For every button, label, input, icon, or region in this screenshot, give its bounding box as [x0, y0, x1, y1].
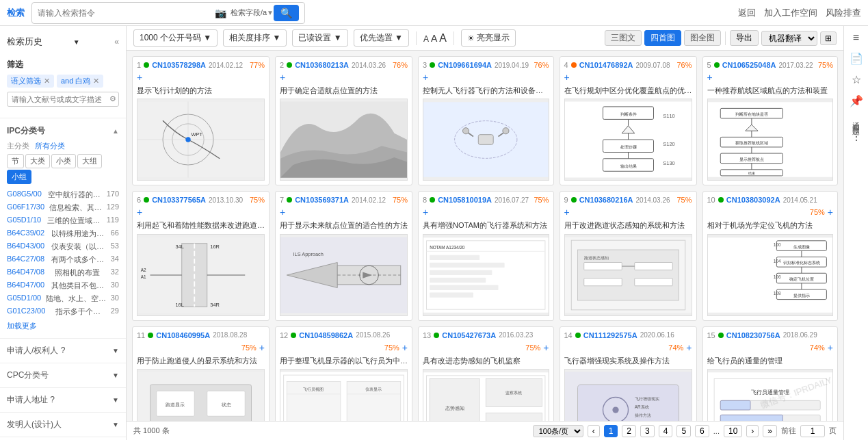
card-id[interactable]: CN103680216A — [579, 196, 633, 204]
search-input[interactable] — [38, 8, 215, 18]
page-btn-10[interactable]: 10 — [724, 425, 742, 437]
result-card[interactable]: 9 CN103680216A 2014.03.26 75% + 用于改进跑道状态… — [560, 191, 697, 320]
result-card[interactable]: 5 CN106525048A 2017.03.22 75% + 一种推荐航线区域… — [702, 56, 839, 185]
page-btn-5[interactable]: 5 — [676, 425, 691, 437]
card-add-btn[interactable]: + — [137, 207, 142, 218]
ipc-arrow[interactable]: ▲ — [112, 127, 119, 135]
count-btn[interactable]: 1000 个公开号码 ▼ — [133, 29, 218, 47]
font-medium-btn[interactable]: A — [431, 33, 437, 44]
ipc-tab-xiaozu[interactable]: 小组 — [7, 170, 31, 184]
field-selector[interactable]: 检索字段/a — [231, 8, 267, 18]
card-id[interactable]: CN103680213A — [295, 61, 349, 69]
translate-select[interactable]: 机器翻译 — [761, 31, 817, 46]
card-add-btn[interactable]: + — [707, 72, 713, 83]
ipc-row[interactable]: B64D43/00 仪表安装（以… 53 — [7, 240, 119, 253]
card-add-btn[interactable]: + — [686, 342, 692, 353]
result-card[interactable]: 2 CN103680213A 2014.03.26 76% + 用于确定合适航点… — [275, 56, 412, 185]
tag-and-close[interactable]: ✕ — [93, 77, 99, 86]
ipc-row[interactable]: G05D1/00 陆地、水上、空… 30 — [7, 292, 119, 305]
page-btn-4[interactable]: 4 — [659, 425, 673, 437]
card-add-btn[interactable]: + — [137, 72, 142, 83]
card-id[interactable]: CN105427673A — [442, 331, 496, 339]
card-add-btn[interactable]: + — [543, 342, 549, 353]
card-id[interactable]: CN104859862A — [299, 331, 353, 339]
result-card[interactable]: 12 CN104859862A 2015.08.26 75% + 用于整理飞机显… — [275, 326, 412, 421]
filter-icon[interactable]: ⚙ — [109, 94, 116, 103]
result-card[interactable]: 8 CN105810019A 2016.07.27 75% + 具有增强NOTA… — [418, 191, 554, 320]
card-add-btn[interactable]: + — [423, 72, 428, 83]
collapse-header[interactable]: 申请人地址 ? ▼ — [7, 391, 119, 409]
collapse-icon[interactable]: « — [114, 37, 119, 47]
right-icon-text[interactable]: 通 知 问 题 — [851, 116, 861, 122]
collapse-header[interactable]: 发明人(设计)人 ▼ — [7, 415, 119, 434]
page-btn-1[interactable]: 1 — [604, 425, 618, 437]
card-add-btn[interactable]: + — [280, 72, 285, 83]
back-button[interactable]: 返回 — [738, 7, 756, 19]
sidebar-search-input[interactable] — [7, 92, 119, 107]
ipc-row[interactable]: G08G5/00 空中航行器的… 170 — [7, 188, 119, 201]
result-card[interactable]: 11 CN108460995A 2018.08.28 75% + 用于防止跑道侵… — [132, 326, 269, 421]
bright-btn[interactable]: ☀ 亮亮显示 — [461, 29, 516, 47]
tag-semantic-close[interactable]: ✕ — [44, 77, 50, 86]
view-grid-btn[interactable]: 四首图 — [644, 30, 681, 46]
page-btn-6[interactable]: 6 — [695, 425, 709, 437]
right-icon-menu[interactable]: ⋮ — [851, 130, 862, 143]
ipc-row[interactable]: B64C39/02 以特殊用途为… 66 — [7, 227, 119, 240]
card-id[interactable]: CN106525048A — [722, 61, 776, 69]
result-card[interactable]: 10 CN103803092A 2014.05.21 75% + 相对于机场光学… — [702, 191, 839, 320]
card-add-btn[interactable]: + — [828, 342, 833, 353]
export-btn[interactable]: 导出 — [730, 30, 759, 46]
card-id[interactable]: CN103803092A — [726, 196, 780, 204]
view-full-btn[interactable]: 图全图 — [684, 30, 721, 46]
ipc-row[interactable]: G05D1/10 三维的位置域… 119 — [7, 214, 119, 227]
priority-btn[interactable]: 优先选置 ▼ — [354, 29, 409, 47]
search-button[interactable]: 🔍 — [274, 5, 299, 21]
card-id[interactable]: CN111292575A — [583, 331, 637, 339]
tag-and[interactable]: and 白鸡 ✕ — [57, 75, 103, 88]
prev-btn[interactable]: ‹ — [588, 425, 600, 437]
result-card[interactable]: 14 CN111292575A 2020.06.16 74% + 飞行器增强现实… — [560, 326, 697, 421]
right-icon-list[interactable]: ≡ — [853, 31, 859, 44]
card-add-btn[interactable]: + — [423, 207, 428, 218]
next-btn[interactable]: › — [746, 425, 759, 437]
history-header[interactable]: 检索历史 ▼ « — [7, 36, 119, 48]
collapse-header[interactable]: 申请人/权利人 ? ▼ — [7, 341, 119, 360]
last-btn[interactable]: » — [763, 425, 777, 437]
card-add-btn[interactable]: + — [564, 72, 570, 83]
card-id[interactable]: CN105810019A — [438, 196, 492, 204]
ipc-tab-dalei[interactable]: 大类 — [25, 154, 50, 168]
risk-check-button[interactable]: 风险排查 — [826, 7, 861, 19]
view-list-btn[interactable]: 三图文 — [605, 30, 642, 46]
right-icon-doc[interactable]: 📄 — [850, 52, 863, 65]
font-large-btn[interactable]: A — [439, 32, 447, 44]
page-btn-2[interactable]: 2 — [622, 425, 636, 437]
result-card[interactable]: 4 CN101476892A 2009.07.08 76% + 在飞行规划中区分… — [560, 56, 697, 185]
ipc-row[interactable]: B64D47/00 其他类目不包… 30 — [7, 279, 119, 292]
card-id[interactable]: CN103377565A — [152, 196, 206, 204]
sort-btn[interactable]: 相关度排序 ▼ — [223, 29, 287, 47]
card-id[interactable]: CN103578298A — [152, 61, 206, 69]
result-card[interactable]: 3 CN109661694A 2019.04.19 76% + 控制无人飞行器飞… — [418, 56, 554, 185]
card-add-btn[interactable]: + — [259, 342, 265, 353]
card-id[interactable]: CN109661694A — [438, 61, 492, 69]
load-more-btn[interactable]: 加载更多 — [7, 318, 119, 334]
read-btn[interactable]: 已读设置 ▼ — [292, 29, 347, 47]
ipc-row[interactable]: B64D47/08 照相机的布置 32 — [7, 266, 119, 279]
ipc-row[interactable]: G06F17/30 信息检索、其… 129 — [7, 201, 119, 214]
workspace-button[interactable]: 加入工作空间 — [764, 7, 817, 19]
card-add-btn[interactable]: + — [828, 207, 833, 218]
ipc-tab-xiaolei[interactable]: 小类 — [51, 154, 76, 168]
card-add-btn[interactable]: + — [402, 342, 408, 353]
tag-semantic[interactable]: 语义筛选 ✕ — [7, 75, 54, 88]
result-card[interactable]: 7 CN103569371A 2014.02.12 75% + 用于显示未来航点… — [275, 191, 412, 320]
ipc-row[interactable]: B64C27/08 有两个或多个… 34 — [7, 253, 119, 266]
collapse-header[interactable]: CPC分类号 ▼ — [7, 366, 119, 385]
card-add-btn[interactable]: + — [564, 207, 570, 218]
result-card[interactable]: 1 CN103578298A 2014.02.12 77% + 显示飞行计划的的… — [132, 56, 269, 185]
ipc-tab-dazu[interactable]: 大组 — [77, 154, 102, 168]
ipc-tab-jie[interactable]: 节 — [7, 154, 24, 168]
result-card[interactable]: 13 CN105427673A 2016.03.23 75% + 具有改进态势感… — [418, 326, 554, 421]
font-small-btn[interactable]: A — [423, 34, 429, 44]
ipc-row[interactable]: G01C23/00 指示多于个… 29 — [7, 305, 119, 318]
card-id[interactable]: CN108460995A — [156, 331, 210, 339]
